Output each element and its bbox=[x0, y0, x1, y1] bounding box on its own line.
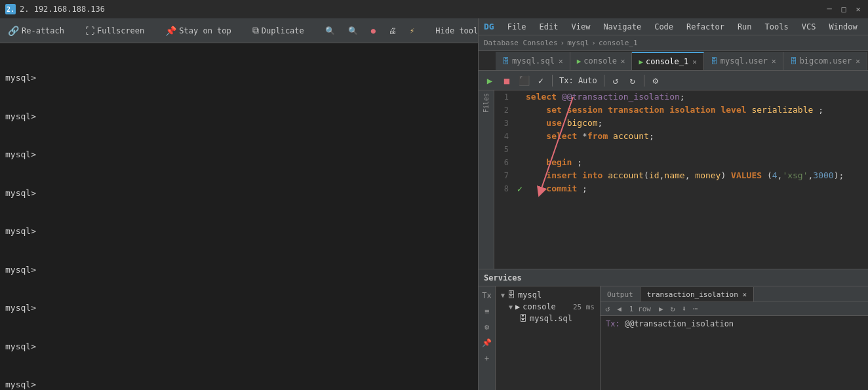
run-separator-1 bbox=[552, 75, 553, 87]
zoom-in-button[interactable]: 🔍 bbox=[323, 25, 338, 37]
output-refresh-button[interactable]: ↻ bbox=[669, 303, 677, 314]
tab-close-mysql-user[interactable]: ✕ bbox=[772, 57, 776, 66]
line-number-6: 6 bbox=[494, 156, 514, 169]
code-line-7: 7 insert into account(id,name, money) VA… bbox=[494, 169, 868, 182]
record-button[interactable]: ● bbox=[368, 25, 378, 37]
output-export-button[interactable]: ⬇ bbox=[680, 303, 688, 314]
output-back-button[interactable]: ↺ bbox=[603, 303, 612, 314]
code-line-6: 6 begin ; bbox=[494, 156, 868, 169]
services-tree: ▼ 🗄 mysql ▼ ▶ console 25 ms 🗄 mysq bbox=[496, 286, 601, 390]
menu-edit[interactable]: Edit bbox=[537, 21, 561, 33]
line-number-7: 7 bbox=[494, 169, 514, 182]
tab-close-console[interactable]: ✕ bbox=[621, 57, 625, 66]
tab-label-console: console bbox=[583, 56, 617, 66]
menu-navigate[interactable]: Navigate bbox=[601, 21, 644, 33]
file-icon: 🗄 bbox=[519, 314, 527, 323]
menu-code[interactable]: Code bbox=[652, 21, 676, 33]
ide-editor-area: Files 1 select @@transaction_isolation; … bbox=[479, 90, 868, 269]
code-text-4: select *from account; bbox=[526, 130, 868, 143]
output-tab-output[interactable]: Output bbox=[601, 287, 641, 302]
tab-icon-console: ▶ bbox=[577, 57, 582, 66]
menu-refactor[interactable]: Refactor bbox=[684, 21, 727, 33]
run-file-button[interactable]: ⬛ bbox=[517, 73, 531, 88]
menu-vcs[interactable]: VCS bbox=[799, 21, 819, 33]
services-panel: Services Tx ≡ ⚙ 📌 + ▼ 🗄 bbox=[479, 269, 868, 390]
services-toolbar: Tx ≡ ⚙ 📌 + bbox=[479, 286, 496, 390]
tree-mysql-sql-label: mysql.sql bbox=[530, 314, 595, 323]
menu-tools[interactable]: Tools bbox=[762, 21, 791, 33]
tree-mysql-label: mysql bbox=[518, 290, 595, 300]
run-separator-2 bbox=[604, 75, 604, 87]
output-row: Tx: @@transaction_isolation bbox=[606, 319, 868, 329]
maximize-button[interactable]: □ bbox=[839, 5, 848, 14]
tab-console[interactable]: ▶ console ✕ bbox=[570, 52, 633, 70]
fullscreen-button[interactable]: ⛶ Fullscreen bbox=[83, 24, 147, 37]
terminal-line: mysql> bbox=[5, 340, 473, 353]
services-list-button[interactable]: ≡ bbox=[481, 305, 494, 318]
services-tx-button[interactable]: Tx bbox=[481, 289, 494, 302]
output-tx-label: Tx: bbox=[606, 319, 620, 328]
fullscreen-icon: ⛶ bbox=[85, 26, 94, 36]
commit-button[interactable]: ✓ bbox=[534, 73, 548, 88]
pin-icon: 📌 bbox=[165, 26, 176, 36]
title-bar: 2. 2. 192.168.188.136 ─ □ ✕ bbox=[0, 0, 868, 18]
flash-button[interactable]: ⚡ bbox=[407, 25, 417, 37]
tree-console-label: console bbox=[523, 302, 570, 311]
terminal-line: mysql> bbox=[5, 378, 473, 390]
terminal-line: mysql> bbox=[5, 110, 473, 123]
services-settings-button[interactable]: ⚙ bbox=[481, 321, 494, 334]
tree-item-mysql-sql[interactable]: 🗄 mysql.sql bbox=[498, 313, 597, 324]
tab-close-bigcom-user[interactable]: ✕ bbox=[856, 57, 860, 66]
undo-button[interactable]: ↺ bbox=[608, 73, 623, 88]
tab-console-1[interactable]: ▶ console_1 ✕ bbox=[632, 52, 703, 70]
line-number-1: 1 bbox=[494, 90, 514, 104]
line-gutter-8: ✓ bbox=[514, 182, 526, 195]
minimize-button[interactable]: ─ bbox=[825, 5, 834, 14]
zoom-out-button[interactable]: 🔍 bbox=[345, 25, 361, 37]
tab-close-console-1[interactable]: ✕ bbox=[692, 58, 697, 66]
files-sidebar-strip: Files bbox=[479, 90, 494, 269]
tab-label-bigcom-user: bigcom.user bbox=[800, 56, 852, 66]
services-title: Services bbox=[484, 273, 522, 283]
terminal-content[interactable]: mysql> mysql> mysql> mysql> mysql> mysql… bbox=[0, 43, 478, 390]
close-window-button[interactable]: ✕ bbox=[854, 5, 863, 14]
services-output: Output transaction_isolation ✕ ↺ ◀ 1 row… bbox=[601, 286, 868, 390]
services-add-button[interactable]: + bbox=[481, 352, 494, 365]
files-tab-label[interactable]: Files bbox=[483, 93, 490, 113]
duplicate-button[interactable]: ⧉ Duplicate bbox=[250, 24, 307, 37]
output-more-button[interactable]: ⋯ bbox=[691, 303, 700, 314]
settings-button[interactable]: ⚙ bbox=[648, 73, 663, 88]
row-count-value: 1 row bbox=[627, 305, 654, 313]
services-pin-button[interactable]: 📌 bbox=[481, 336, 494, 349]
breadcrumb-sep-1: › bbox=[561, 39, 565, 47]
row-count-label: ◀ bbox=[614, 305, 624, 313]
zoom-out-icon: 🔍 bbox=[348, 26, 358, 35]
code-editor[interactable]: 1 select @@transaction_isolation; 2 set … bbox=[494, 90, 868, 269]
redo-button[interactable]: ↻ bbox=[625, 73, 640, 88]
stop-button[interactable]: ■ bbox=[500, 73, 514, 88]
services-body: Tx ≡ ⚙ 📌 + ▼ 🗄 mysql bbox=[479, 286, 868, 390]
output-toolbar: ↺ ◀ 1 row ▶ ↻ ⬇ ⋯ bbox=[601, 302, 868, 316]
output-tab-transaction[interactable]: transaction_isolation ✕ bbox=[641, 287, 754, 302]
tab-bigcom-user[interactable]: 🗄 bigcom.user ✕ bbox=[783, 52, 867, 70]
stay-on-top-button[interactable]: 📌 Stay on top bbox=[163, 24, 233, 37]
tab-mysql-user[interactable]: 🗄 mysql.user ✕ bbox=[704, 52, 783, 70]
menu-window[interactable]: Window bbox=[826, 21, 859, 33]
tree-item-console[interactable]: ▼ ▶ console 25 ms bbox=[498, 301, 597, 313]
reattach-button[interactable]: 🔗 Re-attach bbox=[5, 24, 67, 37]
menu-view[interactable]: View bbox=[568, 21, 593, 33]
menu-run[interactable]: Run bbox=[735, 21, 755, 33]
code-line-2: 2 set session transaction isolation leve… bbox=[494, 104, 868, 117]
tab-mysql-sql[interactable]: 🗄 mysql.sql ✕ bbox=[496, 52, 570, 70]
menu-file[interactable]: File bbox=[505, 21, 529, 33]
print-button[interactable]: 🖨 bbox=[386, 25, 399, 37]
tree-item-mysql[interactable]: ▼ 🗄 mysql bbox=[498, 289, 597, 301]
run-separator-3 bbox=[644, 75, 644, 87]
run-button[interactable]: ▶ bbox=[483, 73, 497, 88]
tab-icon-bigcom-user: 🗄 bbox=[790, 57, 797, 66]
ide-logo: DG bbox=[484, 22, 494, 31]
services-header: Services bbox=[479, 269, 868, 286]
terminal-line: mysql> bbox=[5, 187, 473, 200]
run-toolbar: ▶ ■ ⬛ ✓ Tx: Auto ↺ ↻ ⚙ bbox=[479, 71, 868, 90]
tab-close-mysql-sql[interactable]: ✕ bbox=[559, 57, 563, 66]
